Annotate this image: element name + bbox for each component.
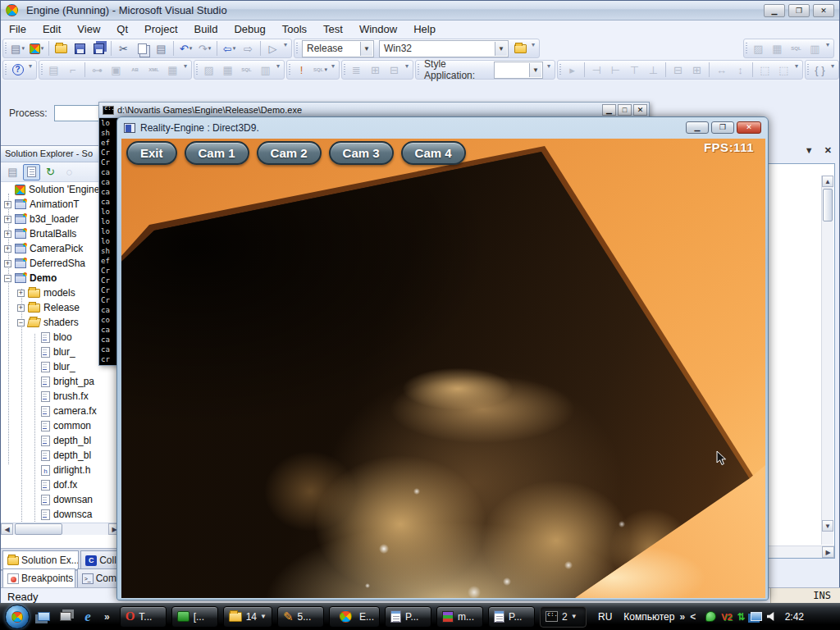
grid-size-icon[interactable]: ⬚	[756, 62, 774, 78]
tab-coll[interactable]: CColl	[80, 550, 119, 569]
tree-item[interactable]: downsca	[1, 507, 121, 522]
ab-text-icon[interactable]: AB	[126, 62, 144, 78]
tree-item[interactable]: brush.fx	[1, 389, 121, 404]
editor-document[interactable]: ▲ ▼ ▶	[768, 163, 835, 559]
scroll-down-icon[interactable]: ▼	[822, 520, 833, 532]
tree-horizontal-scrollbar[interactable]: ◀ ▶	[1, 523, 121, 535]
menu-item-tools[interactable]: Tools	[274, 21, 315, 38]
toolbar-chevron[interactable]: »	[679, 611, 685, 623]
tree-item[interactable]: dof.fx	[1, 477, 121, 492]
tree-item[interactable]: depth_bl	[1, 433, 121, 448]
open-file-icon[interactable]	[52, 40, 70, 57]
sql-icon[interactable]: SQL	[788, 40, 805, 57]
toolbar-overflow-chevron[interactable]: ▾	[276, 61, 280, 70]
minimize-button[interactable]: ▁	[764, 4, 785, 17]
data-table-icon[interactable]: ▦	[769, 40, 786, 57]
volume-icon[interactable]	[767, 612, 777, 622]
menu-item-project[interactable]: Project	[136, 21, 185, 38]
tree-item[interactable]: bright_pa	[1, 374, 121, 389]
toolbar-overflow-chevron[interactable]: ▾	[831, 61, 834, 70]
data-table-icon[interactable]: ▦	[164, 62, 181, 78]
game-restore-button[interactable]: ❐	[711, 121, 734, 134]
center-horizontal-icon[interactable]: ⊟	[669, 62, 687, 78]
tab-com[interactable]: >_Com	[77, 568, 120, 587]
3d-viewport[interactable]: ExitCam 1Cam 2Cam 3Cam 4 FPS:111	[121, 139, 765, 598]
align-lefts-icon[interactable]: ⊣	[588, 62, 605, 78]
menu-item-debug[interactable]: Debug	[226, 21, 273, 38]
navigate-backward-icon[interactable]: ⇦▾	[221, 40, 238, 57]
same-width-icon[interactable]: ↔	[713, 62, 730, 78]
game-close-button[interactable]: ✕	[737, 121, 761, 134]
close-button[interactable]: ✕	[813, 4, 834, 17]
find-in-files-icon[interactable]	[512, 40, 529, 57]
cam-3-button[interactable]: Cam 3	[329, 141, 394, 165]
cut-icon[interactable]: ✂	[115, 40, 132, 57]
tree-item[interactable]: downsan	[1, 492, 121, 507]
data-grid-icon[interactable]: ▥	[806, 40, 824, 57]
solution-platform-combo[interactable]: Win32 ▼	[379, 40, 509, 57]
key-icon[interactable]: ⌐	[64, 62, 81, 78]
toolbar-overflow-chevron[interactable]: ▾	[331, 61, 335, 70]
expand-icon[interactable]: +	[17, 304, 25, 312]
toolbar-overflow-chevron[interactable]: ▾	[532, 39, 535, 48]
icq-icon[interactable]	[705, 611, 716, 622]
align-rights-icon[interactable]: ⊢	[607, 62, 624, 78]
menu-item-window[interactable]: Window	[351, 21, 405, 38]
expand-icon[interactable]: +	[17, 290, 25, 297]
computer-toolbar-label[interactable]: Компьютер	[623, 611, 674, 623]
task-button-2[interactable]: 2▼	[540, 606, 587, 628]
antivirus-icon[interactable]: V2	[721, 612, 732, 622]
toolbox-icon[interactable]: ▨	[200, 62, 217, 78]
form-view-icon[interactable]: ▣	[107, 62, 125, 78]
scrollbar-thumb[interactable]	[823, 189, 833, 221]
task-button-14[interactable]: 14▼	[223, 606, 272, 628]
process-input[interactable]	[54, 105, 100, 121]
expand-icon[interactable]: +	[4, 231, 11, 238]
scroll-left-icon[interactable]: ◀	[1, 523, 13, 535]
toolbar-overflow-chevron[interactable]: ▾	[795, 61, 798, 70]
tab-breakpoints[interactable]: Breakpoints	[2, 568, 75, 587]
save-all-icon[interactable]	[90, 40, 107, 57]
tab-solution-ex-[interactable]: Solution Ex...	[2, 550, 79, 569]
network-icon[interactable]	[751, 612, 762, 621]
align-tops-icon[interactable]: ⊤	[626, 62, 643, 78]
menu-item-qt[interactable]: Qt	[108, 21, 136, 38]
toolbar-overflow-chevron[interactable]: ▾	[547, 61, 550, 70]
cam-2-button[interactable]: Cam 2	[257, 141, 322, 165]
internet-explorer-icon[interactable]: e	[80, 609, 96, 625]
task-button-p[interactable]: P...	[385, 606, 431, 628]
scroll-up-icon[interactable]: ▲	[822, 176, 833, 187]
center-vertical-icon[interactable]: ⊞	[688, 62, 705, 78]
show-desktop-icon[interactable]	[35, 609, 52, 625]
step-into-icon[interactable]: ▸	[564, 62, 581, 78]
expand-icon[interactable]: +	[4, 260, 11, 267]
editor-vertical-scrollbar[interactable]: ▲ ▼	[821, 176, 833, 545]
navigate-forward-icon[interactable]: ⇨	[240, 40, 257, 57]
quick-launch-chevron[interactable]: »	[104, 611, 110, 623]
task-button-p[interactable]: P...	[488, 606, 535, 628]
menu-item-build[interactable]: Build	[186, 21, 226, 38]
language-indicator[interactable]: RU	[598, 611, 612, 623]
collapse-icon[interactable]: −	[4, 275, 11, 282]
view-diagram-icon[interactable]: ◌	[61, 164, 78, 180]
expand-icon[interactable]: +	[4, 201, 11, 208]
scrollbar-thumb[interactable]	[15, 523, 62, 535]
tree-item[interactable]: depth_bl	[1, 448, 121, 463]
solution-configuration-combo[interactable]: Release ▼	[302, 40, 374, 57]
collapse-icon[interactable]: −	[17, 319, 25, 326]
chevron-down-icon[interactable]: ▼	[495, 42, 507, 56]
menu-item-help[interactable]: Help	[405, 21, 444, 38]
data-grid-icon[interactable]: ▥	[257, 62, 274, 78]
paste-icon[interactable]: ▤	[153, 40, 170, 57]
xml-schema-icon[interactable]: XML	[145, 62, 162, 78]
toolbar-overflow-chevron[interactable]: ▾	[405, 61, 409, 70]
diagram-icon[interactable]: ⊶	[89, 62, 106, 78]
braces-icon[interactable]: { }	[811, 62, 829, 78]
console-close-button[interactable]: ✕	[633, 104, 647, 116]
paste-special-icon[interactable]: ▤▾	[9, 40, 26, 57]
toolbar-overflow-chevron[interactable]: ▾	[184, 61, 187, 70]
game-titlebar[interactable]: Reality-Engine : Direct3D9. ▁ ❐ ✕	[117, 117, 768, 138]
help-icon[interactable]: ?	[9, 62, 26, 78]
task-button-[interactable]: [...	[171, 606, 218, 628]
pane-menu-chevron-icon[interactable]: ▼	[805, 145, 814, 155]
